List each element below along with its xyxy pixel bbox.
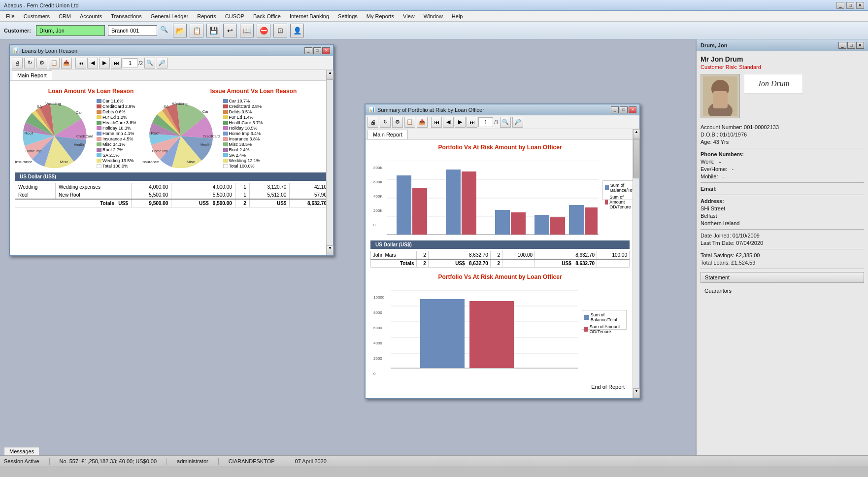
last-page-button2[interactable]: ⏭ [467,117,477,128]
portfolio-window-controls: _ □ ✕ [611,106,636,113]
date-joined: Date Joined: 01/10/2009 [701,233,864,238]
customer-field[interactable]: Drum, Jon [36,25,105,36]
print-button[interactable]: 🖨 [12,58,23,68]
menu-accounts[interactable]: Accounts [76,12,106,20]
menu-back-office[interactable]: Back Office [249,12,285,20]
statement-button[interactable]: Statement [701,272,864,283]
save-button[interactable]: 💾 [206,24,220,37]
report2-content: Portfolio Vs At Risk Amount by Loan Offi… [366,140,634,406]
copy-button[interactable]: 📋 [190,24,203,37]
menu-reports[interactable]: Reports [193,12,220,20]
scroll-up-button[interactable]: ▲ [327,70,334,80]
back-button[interactable]: ↩ [223,24,237,37]
svg-text:Insurance: Insurance [15,160,33,164]
svg-rect-44 [420,299,465,368]
messages-tab[interactable]: Messages [4,447,39,455]
first-page-button[interactable]: ⏮ [75,58,86,68]
scroll-down-button2[interactable]: ▼ [633,388,640,398]
main-report-tab2[interactable]: Main Report [367,130,408,139]
config-button2[interactable]: ⚙ [392,117,403,128]
scroll-up-button2[interactable]: ▲ [633,129,640,139]
close-button[interactable]: ✕ [856,2,864,9]
menu-cusop[interactable]: CUSOP [221,12,248,20]
menu-settings[interactable]: Settings [334,12,362,20]
menu-view[interactable]: View [399,12,419,20]
print-button2[interactable]: 🖨 [367,117,378,128]
menu-my-reports[interactable]: My Reports [363,12,398,20]
next-page-button2[interactable]: ▶ [455,117,466,128]
last-page-button[interactable]: ⏭ [111,58,122,68]
cancel-button[interactable]: ⛔ [257,24,270,37]
portfolio-table-header: US Dollar (US$) [370,240,630,249]
menu-file[interactable]: File [2,12,19,20]
branch-field[interactable]: Branch 001 [108,25,157,36]
phone-label: Phone Numbers: [701,151,864,157]
menu-window[interactable]: Window [420,12,447,20]
portfolio-row: John Mars 2 8,632.70 2 100.00 8,632.70 1… [371,251,630,260]
date-status: 07 April 2020 [295,458,327,464]
book-button[interactable]: 📖 [240,24,254,37]
menu-transactions[interactable]: Transactions [107,12,146,20]
menu-customers[interactable]: Customers [20,12,54,20]
scroll-down-button[interactable]: ▼ [327,245,334,255]
zoom-button[interactable]: 🔎 [157,58,167,68]
session-status: Session Active [4,458,39,464]
menu-general-ledger[interactable]: General Ledger [147,12,192,20]
panel-minimize[interactable]: _ [838,42,846,49]
scrollbar-right2[interactable]: ▲ ▼ [633,129,639,398]
menu-help[interactable]: Help [448,12,467,20]
restore-report2[interactable]: □ [620,106,628,113]
config-button[interactable]: ⚙ [36,58,47,68]
first-page-button2[interactable]: ⏮ [431,117,442,128]
copy-report-button2[interactable]: 📋 [404,117,415,128]
prev-page-button2[interactable]: ◀ [443,117,454,128]
restore-report1[interactable]: □ [313,47,321,54]
main-content: 📊 Loans by Loan Reason _ □ ✕ 🖨 ↻ ⚙ 📋 📤 ⏮… [0,39,868,466]
minimize-report1[interactable]: _ [304,47,312,54]
main-report-tab[interactable]: Main Report [12,70,52,80]
search-report-button[interactable]: 🔍 [144,58,155,68]
export-button2[interactable]: 📤 [417,117,428,128]
page-number-input2[interactable]: 1 [478,117,493,127]
prev-page-button[interactable]: ◀ [87,58,98,68]
divider6 [701,269,864,269]
menu-internet-banking[interactable]: Internet Banking [286,12,333,20]
close-report1[interactable]: ✕ [322,47,330,54]
right-panel: Drum, Jon _ □ ✕ Mr Jon Drum Customer Ris… [696,39,868,466]
svg-rect-50 [713,91,728,108]
title-bar: Abacus - Fern Credit Union Ltd _ □ ✕ [0,0,868,11]
refresh-button[interactable]: ↻ [24,58,35,68]
panel-close-btn[interactable]: ✕ [856,42,864,49]
search-report-button2[interactable]: 🔍 [500,117,511,128]
chart-title-right: Issue Amount Vs Loan Reason [210,88,297,95]
maximize-button[interactable]: □ [846,2,854,9]
user-button[interactable]: 👤 [290,24,304,37]
portfolio-report-title: 📊 Summary of Portfolio at Risk by Loan O… [368,106,484,113]
next-page-button[interactable]: ▶ [99,58,110,68]
portfolio-totals-row: Totals 2 US$ 8,632.70 2 US$ 8,632.70 [371,259,630,268]
search-icon[interactable]: 🔍 [160,26,170,35]
svg-text:Misc: Misc [186,160,194,164]
photo-placeholder [703,76,737,116]
status-bar: Session Active No. 557: £1,250,182.33; £… [0,455,868,466]
menu-bar: File Customers CRM Accounts Transactions… [0,11,868,22]
svg-rect-23 [397,175,411,235]
copy-report-button[interactable]: 📋 [49,58,60,68]
panel-title: Drum, Jon [701,42,727,48]
scrollbar-right[interactable]: ▲ ▼ [326,70,333,255]
menu-crm[interactable]: CRM [55,12,75,20]
minimize-report2[interactable]: _ [611,106,619,113]
page-number-input[interactable]: 1 [123,58,137,68]
scroll-thumb2[interactable] [633,139,640,178]
close-report2[interactable]: ✕ [629,106,636,113]
open-button[interactable]: 📂 [173,24,187,37]
session-text: Session Active [4,458,39,464]
minimize-button[interactable]: _ [836,2,844,9]
export-button[interactable]: 📤 [61,58,72,68]
zoom-button2[interactable]: 🔎 [512,117,523,128]
refresh-button2[interactable]: ↻ [380,117,391,128]
window-button[interactable]: ⊡ [273,24,287,37]
last-trn-date: Last Trn Date: 07/04/2020 [701,240,864,246]
panel-maximize[interactable]: □ [847,42,855,49]
status-divider4 [285,458,285,465]
